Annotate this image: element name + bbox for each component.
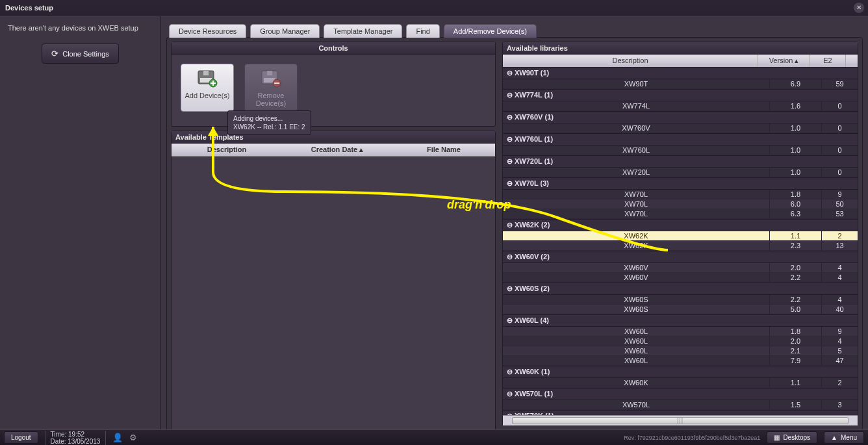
footer: Logout Time: 19:52 Date: 13/05/2013 👤 ⚙ … [0,429,868,445]
tooltip-line2: XW62K -- Rel.: 1.1 EE: 2 [233,123,305,131]
library-row[interactable]: XW774L1.60 [503,101,858,111]
desktops-button[interactable]: ▦ Desktops [767,431,817,444]
logout-label: Logout [11,434,31,441]
clone-settings-label: Clone Settings [62,50,109,58]
content: There aren't any devices on XWEB setup ⟳… [0,16,868,429]
library-group[interactable]: ⊖XW60L (4) [503,314,858,327]
svg-rect-1 [203,71,209,75]
svg-rect-5 [267,71,272,75]
templates-column-header: Description Creation Date ▴ File Name [172,144,495,157]
tab-add-remove-devices[interactable]: Add/Remove Device(s) [444,24,537,38]
library-row[interactable]: XW60S5.040 [503,305,858,314]
grid-icon: ▦ [774,434,780,441]
left-column: Controls Add Device(s) [171,42,496,426]
templates-header: Available Templates [172,131,495,144]
library-row[interactable]: XW70L6.050 [503,199,858,209]
col-lib-scroll-gap [846,55,858,67]
library-row[interactable]: XW60L2.04 [503,337,858,346]
library-row[interactable]: XW60K1.12 [503,378,858,388]
horizontal-scrollbar[interactable] [503,415,858,426]
library-row[interactable]: XW60L2.15 [503,346,858,356]
col-description[interactable]: Description [172,144,282,156]
col-lib-e2[interactable]: E2 [810,55,846,67]
tab-find[interactable]: Find [406,24,439,38]
library-row[interactable]: XW62K2.313 [503,241,858,251]
library-row[interactable]: XW70L6.353 [503,209,858,219]
controls-header: Controls [172,42,495,55]
controls-panel: Controls Add Device(s) [171,42,496,127]
libraries-header: Available libraries [503,42,858,55]
refresh-icon: ⟳ [51,49,58,58]
library-group[interactable]: ⊖XW60V (2) [503,251,858,263]
drag-tooltip: Adding devices... XW62K -- Rel.: 1.1 EE:… [227,110,311,135]
col-creation-date[interactable]: Creation Date ▴ [282,144,392,156]
library-row[interactable]: XW760L1.00 [503,146,858,155]
tab-body: Controls Add Device(s) [166,37,863,431]
window-title: Devices setup [5,4,53,12]
library-group[interactable]: ⊖XW90T (1) [503,67,858,79]
close-icon[interactable]: ✕ [854,3,864,13]
col-file-name[interactable]: File Name [392,144,495,156]
remove-devices-button: Remove Device(s) [244,64,298,112]
library-group[interactable]: ⊖XW570L (1) [503,388,858,400]
library-group[interactable]: ⊖XW70L (3) [503,177,858,190]
library-group[interactable]: ⊖XW60S (2) [503,283,858,295]
col-lib-description[interactable]: Description [503,55,758,67]
hscroll-thumb[interactable] [512,417,849,424]
library-group[interactable]: ⊖XW760L (1) [503,133,858,146]
library-group[interactable]: ⊖XW760V (1) [503,111,858,123]
revision-label: Rev: f792921cb9ce601193f9b5f290bef5d3e7b… [624,435,760,441]
main: Device Resources Group Manager Template … [161,16,868,429]
libraries-list[interactable]: ⊖XW90T (1)XW90T6.959⊖XW774L (1)XW774L1.6… [503,67,858,415]
libraries-panel: Available libraries Description Version … [502,42,858,426]
time-date-box: Time: 19:52 Date: 13/05/2013 [45,431,107,445]
library-row[interactable]: XW90T6.959 [503,79,858,89]
templates-body [172,157,495,442]
titlebar: Devices setup ✕ [0,0,868,16]
clone-settings-button[interactable]: ⟳ Clone Settings [42,44,119,64]
desktops-label: Desktops [783,434,810,441]
logout-button[interactable]: Logout [4,431,38,444]
remove-devices-label: Remove Device(s) [256,92,286,107]
tabs: Device Resources Group Manager Template … [169,24,863,38]
menu-button[interactable]: ▲ Menu [824,431,864,444]
library-row[interactable]: XW60L7.947 [503,356,858,366]
library-group[interactable]: ⊖XW774L (1) [503,89,858,101]
user-icon[interactable]: 👤 [112,433,123,442]
sidebar-message: There aren't any devices on XWEB setup [8,24,153,32]
disk-plus-icon [197,70,218,88]
library-row[interactable]: XW70L1.89 [503,190,858,199]
col-lib-version[interactable]: Version ▴ [758,55,810,67]
library-row[interactable]: XW60L1.89 [503,327,858,337]
tab-device-resources[interactable]: Device Resources [169,24,246,38]
tooltip-line1: Adding devices... [233,114,305,123]
disk-minus-icon [261,70,281,88]
library-row[interactable]: XW60V2.24 [503,273,858,283]
library-group[interactable]: ⊖XW62K (2) [503,219,858,231]
tab-template-manager[interactable]: Template Manager [324,24,402,38]
library-row[interactable]: XW60V2.04 [503,263,858,273]
library-row[interactable]: XW62K1.12 [503,231,858,241]
library-group[interactable]: ⊖XW60K (1) [503,366,858,378]
menu-label: Menu [841,434,857,441]
library-group[interactable]: ⊖XW720L (1) [503,155,858,168]
add-devices-label: Add Device(s) [185,92,229,99]
library-row[interactable]: XW760V1.00 [503,123,858,133]
settings-icon[interactable]: ⚙ [129,433,137,442]
controls-body: Add Device(s) Remove Device(s) [172,55,495,126]
templates-panel: Available Templates Description Creation… [171,131,496,443]
sidebar: There aren't any devices on XWEB setup ⟳… [0,16,161,429]
library-row[interactable]: XW720L1.00 [503,168,858,177]
library-row[interactable]: XW60S2.24 [503,295,858,305]
add-devices-button[interactable]: Add Device(s) [181,64,234,112]
chevron-up-icon: ▲ [831,434,837,441]
library-row[interactable]: XW570L1.53 [503,400,858,410]
library-group[interactable]: ⊖XW570K (1) [503,410,858,415]
tab-group-manager[interactable]: Group Manager [250,24,320,38]
libraries-column-header: Description Version ▴ E2 [503,55,858,67]
